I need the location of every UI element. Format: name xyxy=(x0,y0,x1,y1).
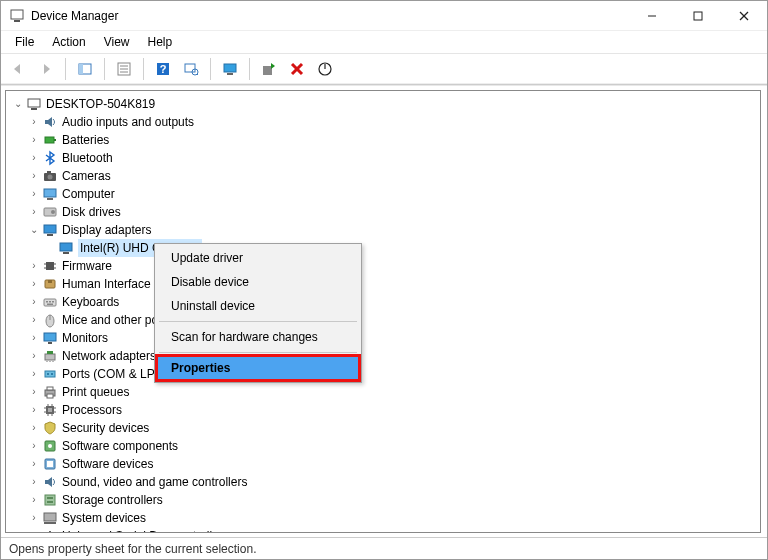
device-tree[interactable]: ⌄ DESKTOP-504K819 ›Audio inputs and outp… xyxy=(5,90,761,533)
tree-category-cpu[interactable]: ›Processors xyxy=(26,401,756,419)
chevron-right-icon[interactable]: › xyxy=(26,329,42,347)
tree-category-camera[interactable]: ›Cameras xyxy=(26,167,756,185)
chevron-right-icon[interactable]: › xyxy=(26,473,42,491)
menu-action[interactable]: Action xyxy=(44,33,93,51)
tree-category-speaker[interactable]: ›Audio inputs and outputs xyxy=(26,113,756,131)
chevron-right-icon[interactable]: › xyxy=(26,167,42,185)
disable-device-button[interactable] xyxy=(314,58,336,80)
tree-category-label: Disk drives xyxy=(62,203,121,221)
chevron-right-icon[interactable]: › xyxy=(26,149,42,167)
tree-container: ⌄ DESKTOP-504K819 ›Audio inputs and outp… xyxy=(1,85,767,537)
tree-category-label: Processors xyxy=(62,401,122,419)
chevron-right-icon[interactable]: › xyxy=(26,257,42,275)
tree-category-chip[interactable]: ›Firmware xyxy=(26,257,756,275)
system-icon xyxy=(42,510,58,526)
tree-category-sound[interactable]: ›Sound, video and game controllers xyxy=(26,473,756,491)
tree-category-disk[interactable]: ›Disk drives xyxy=(26,203,756,221)
chevron-right-icon[interactable]: › xyxy=(26,491,42,509)
tree-root-node[interactable]: ⌄ DESKTOP-504K819 xyxy=(10,95,756,113)
tree-category-display[interactable]: ⌄Display adapters xyxy=(26,221,756,239)
chevron-right-icon[interactable]: › xyxy=(26,527,42,533)
swcomp-icon xyxy=(42,438,58,454)
tree-category-monitor[interactable]: ›Monitors xyxy=(26,329,756,347)
tree-category-swdev[interactable]: ›Software devices xyxy=(26,455,756,473)
tree-category-printer[interactable]: ›Print queues xyxy=(26,383,756,401)
svg-rect-61 xyxy=(51,373,53,375)
menu-help[interactable]: Help xyxy=(140,33,181,51)
tree-category-port[interactable]: ›Ports (COM & LPT) xyxy=(26,365,756,383)
svg-rect-35 xyxy=(47,234,53,236)
chevron-down-icon[interactable]: ⌄ xyxy=(10,95,26,113)
svg-rect-49 xyxy=(47,304,53,306)
toolbar-separator xyxy=(104,58,105,80)
ctx-properties[interactable]: Properties xyxy=(155,354,361,382)
chevron-right-icon[interactable]: › xyxy=(26,455,42,473)
ctx-item-label: Disable device xyxy=(171,275,249,289)
chevron-right-icon[interactable]: › xyxy=(26,365,42,383)
ctx-update-driver[interactable]: Update driver xyxy=(157,246,359,270)
tree-category-security[interactable]: ›Security devices xyxy=(26,419,756,437)
usb-icon xyxy=(42,528,58,533)
app-icon xyxy=(9,8,25,24)
chevron-right-icon[interactable]: › xyxy=(26,311,42,329)
tree-category-hid[interactable]: ›Human Interface Devices xyxy=(26,275,756,293)
chevron-right-icon[interactable]: › xyxy=(26,419,42,437)
tree-category-label: Print queues xyxy=(62,383,129,401)
svg-rect-46 xyxy=(46,301,48,303)
tree-category-mouse[interactable]: ›Mice and other pointing devices xyxy=(26,311,756,329)
svg-text:?: ? xyxy=(160,63,167,75)
tree-category-system[interactable]: ›System devices xyxy=(26,509,756,527)
toolbar: ? xyxy=(1,53,767,85)
menu-file[interactable]: File xyxy=(7,33,42,51)
tree-category-label: Audio inputs and outputs xyxy=(62,113,194,131)
tree-category-storage[interactable]: ›Storage controllers xyxy=(26,491,756,509)
toolbar-separator xyxy=(143,58,144,80)
svg-line-16 xyxy=(197,74,198,75)
svg-rect-52 xyxy=(44,333,56,341)
chevron-right-icon[interactable]: › xyxy=(26,383,42,401)
uninstall-device-button[interactable] xyxy=(286,58,308,80)
chevron-right-icon[interactable]: › xyxy=(26,113,42,131)
toolbar-separator xyxy=(249,58,250,80)
spacer xyxy=(42,239,58,257)
help-button[interactable]: ? xyxy=(152,58,174,80)
menu-view[interactable]: View xyxy=(96,33,138,51)
maximize-button[interactable] xyxy=(675,1,721,31)
ctx-uninstall-device[interactable]: Uninstall device xyxy=(157,294,359,318)
update-driver-button[interactable] xyxy=(258,58,280,80)
tree-category-usb[interactable]: ›Universal Serial Bus controllers xyxy=(26,527,756,533)
minimize-button[interactable] xyxy=(629,1,675,31)
chevron-right-icon[interactable]: › xyxy=(26,347,42,365)
svg-point-87 xyxy=(52,532,54,533)
tree-category-swcomp[interactable]: ›Software components xyxy=(26,437,756,455)
forward-button[interactable] xyxy=(35,58,57,80)
chevron-right-icon[interactable]: › xyxy=(26,203,42,221)
chevron-down-icon[interactable]: ⌄ xyxy=(26,221,42,239)
chevron-right-icon[interactable]: › xyxy=(26,131,42,149)
svg-rect-66 xyxy=(48,408,52,412)
printer-icon xyxy=(42,384,58,400)
show-hide-tree-button[interactable] xyxy=(74,58,96,80)
back-button[interactable] xyxy=(7,58,29,80)
tree-category-battery[interactable]: ›Batteries xyxy=(26,131,756,149)
tree-category-computer[interactable]: ›Computer xyxy=(26,185,756,203)
properties-button[interactable] xyxy=(113,58,135,80)
chevron-right-icon[interactable]: › xyxy=(26,401,42,419)
statusbar: Opens property sheet for the current sel… xyxy=(1,537,767,559)
monitor-button[interactable] xyxy=(219,58,241,80)
tree-category-bluetooth[interactable]: ›Bluetooth xyxy=(26,149,756,167)
tree-category-network[interactable]: ›Network adapters xyxy=(26,347,756,365)
chevron-right-icon[interactable]: › xyxy=(26,293,42,311)
chevron-right-icon[interactable]: › xyxy=(26,275,42,293)
tree-device-selected[interactable]: Intel(R) UHD Graphics xyxy=(42,239,756,257)
svg-rect-1 xyxy=(14,20,20,22)
security-icon xyxy=(42,420,58,436)
chevron-right-icon[interactable]: › xyxy=(26,185,42,203)
ctx-scan-for-hardware-changes[interactable]: Scan for hardware changes xyxy=(157,325,359,349)
close-button[interactable] xyxy=(721,1,767,31)
scan-hardware-button[interactable] xyxy=(180,58,202,80)
ctx-disable-device[interactable]: Disable device xyxy=(157,270,359,294)
chevron-right-icon[interactable]: › xyxy=(26,509,42,527)
tree-category-keyboard[interactable]: ›Keyboards xyxy=(26,293,756,311)
chevron-right-icon[interactable]: › xyxy=(26,437,42,455)
